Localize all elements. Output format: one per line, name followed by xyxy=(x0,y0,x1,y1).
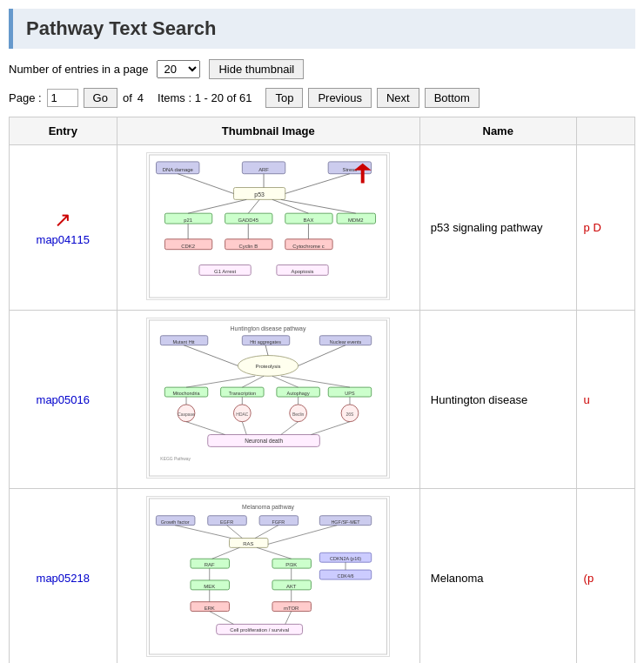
svg-text:CDK2: CDK2 xyxy=(181,244,195,249)
svg-text:G1 Arrest: G1 Arrest xyxy=(214,269,236,274)
col-thumbnail: Thumbnail Image xyxy=(117,117,419,145)
pagination-row: Page : Go of 4 Items : 1 - 20 of 61 Top … xyxy=(9,88,635,108)
thumbnail-cell: Melanoma pathway Growth factor EGFR FGFR… xyxy=(117,489,419,664)
svg-text:HDAC: HDAC xyxy=(237,412,249,417)
name-truncated: (p xyxy=(584,572,594,585)
entry-cell: map05016 xyxy=(10,311,117,489)
svg-text:FGFR: FGFR xyxy=(272,519,285,525)
table-row: ↘map04115 DNA damage ARF Stress p53 p21 … xyxy=(10,145,635,311)
items-info: Items : 1 - 20 of 61 xyxy=(158,91,252,104)
table-row: map05016 Huntington disease pathway Muta… xyxy=(10,311,635,489)
svg-text:Mitochondria: Mitochondria xyxy=(173,391,201,396)
svg-text:Nuclear events: Nuclear events xyxy=(330,339,362,345)
svg-text:Proteolysis: Proteolysis xyxy=(256,364,281,369)
svg-text:MDM2: MDM2 xyxy=(348,218,363,223)
svg-text:ARF: ARF xyxy=(258,167,269,172)
next-button[interactable]: Next xyxy=(377,88,419,108)
entry-link[interactable]: map05016 xyxy=(37,393,90,406)
name-cell: Melanoma xyxy=(419,489,576,664)
svg-text:Cell proliferation / survival: Cell proliferation / survival xyxy=(230,627,289,633)
svg-text:KEGG Pathway: KEGG Pathway xyxy=(161,457,191,461)
svg-text:RAS: RAS xyxy=(243,541,253,546)
svg-text:GADD45: GADD45 xyxy=(238,218,259,223)
svg-text:Huntington disease pathway: Huntington disease pathway xyxy=(231,325,306,332)
svg-text:AKT: AKT xyxy=(286,584,297,589)
svg-text:Caspase: Caspase xyxy=(178,412,195,417)
svg-text:CDKN2A (p16): CDKN2A (p16) xyxy=(330,556,361,561)
of-label: of xyxy=(123,91,132,104)
hide-thumbnail-button[interactable]: Hide thumbnail xyxy=(209,59,304,79)
controls-row: Number of entries in a page 20 10 50 100… xyxy=(9,59,635,79)
thumbnail-cell: Huntington disease pathway Mutant Htt Ht… xyxy=(117,311,419,489)
svg-text:Htt aggregates: Htt aggregates xyxy=(250,339,281,345)
svg-text:p53: p53 xyxy=(255,191,265,198)
entry-link[interactable]: map04115 xyxy=(37,233,90,246)
top-button[interactable]: Top xyxy=(265,88,303,108)
extra-cell: p D xyxy=(576,145,634,311)
svg-text:Melanoma pathway: Melanoma pathway xyxy=(242,504,294,511)
svg-text:DNA damage: DNA damage xyxy=(163,167,194,172)
name-cell: p53 signaling pathway xyxy=(419,145,576,311)
svg-text:Beclin: Beclin xyxy=(292,412,305,417)
svg-text:Neuronal death: Neuronal death xyxy=(245,438,283,444)
title-bar: Pathway Text Search xyxy=(9,9,635,49)
pathway-name: Melanoma xyxy=(431,572,484,585)
previous-button[interactable]: Previous xyxy=(308,88,372,108)
go-button[interactable]: Go xyxy=(84,88,117,108)
page-title: Pathway Text Search xyxy=(26,17,622,40)
svg-text:Apoptosis: Apoptosis xyxy=(292,269,314,274)
svg-text:Autophagy: Autophagy xyxy=(287,391,310,396)
entry-cell: ↘map04115 xyxy=(10,145,117,311)
svg-text:MEK: MEK xyxy=(205,584,216,589)
total-pages: 4 xyxy=(138,91,144,104)
svg-text:HGF/SF-MET: HGF/SF-MET xyxy=(332,519,361,525)
page-label: Page : xyxy=(9,91,42,104)
svg-text:Stress: Stress xyxy=(343,167,358,172)
svg-text:mTOR: mTOR xyxy=(284,606,299,611)
name-truncated: p D xyxy=(584,221,601,234)
svg-text:Transcription: Transcription xyxy=(229,391,256,396)
entries-label: Number of entries in a page xyxy=(9,63,148,76)
entries-select[interactable]: 20 10 50 100 xyxy=(157,60,200,78)
svg-text:Cyclin B: Cyclin B xyxy=(239,244,258,249)
page-input[interactable] xyxy=(47,89,78,107)
name-truncated: u xyxy=(584,393,590,406)
svg-text:CDK4/6: CDK4/6 xyxy=(338,573,354,579)
pathway-name: p53 signaling pathway xyxy=(431,221,543,234)
extra-cell: u xyxy=(576,311,634,489)
thumbnail-cell: DNA damage ARF Stress p53 p21 GADD45 BAX… xyxy=(117,145,419,311)
col-entry: Entry xyxy=(10,117,117,145)
extra-cell: (p xyxy=(576,489,634,664)
page-wrapper: Pathway Text Search Number of entries in… xyxy=(0,0,644,663)
col-extra xyxy=(576,117,634,145)
svg-text:BAX: BAX xyxy=(304,218,314,223)
svg-text:Mutant Htt: Mutant Htt xyxy=(173,339,196,345)
results-table: Entry Thumbnail Image Name ↘map04115 DNA… xyxy=(9,117,635,663)
name-cell: Huntington disease xyxy=(419,311,576,489)
svg-text:26S: 26S xyxy=(346,412,354,417)
svg-text:ERK: ERK xyxy=(205,606,215,611)
svg-text:Cytochrome c: Cytochrome c xyxy=(292,244,324,249)
table-row: map05218 Melanoma pathway Growth factor … xyxy=(10,489,635,664)
entry-cell: map05218 xyxy=(10,489,117,664)
svg-text:Growth factor: Growth factor xyxy=(161,519,190,525)
svg-text:UPS: UPS xyxy=(345,391,356,396)
bottom-button[interactable]: Bottom xyxy=(425,88,480,108)
col-name: Name xyxy=(419,117,576,145)
pathway-name: Huntington disease xyxy=(431,393,527,406)
svg-text:PI3K: PI3K xyxy=(285,562,297,567)
svg-text:EGFR: EGFR xyxy=(220,519,233,525)
entry-arrow-icon: ↘ xyxy=(17,209,110,233)
svg-text:p21: p21 xyxy=(184,218,192,223)
entry-link[interactable]: map05218 xyxy=(37,572,90,585)
svg-text:RAF: RAF xyxy=(205,562,215,567)
